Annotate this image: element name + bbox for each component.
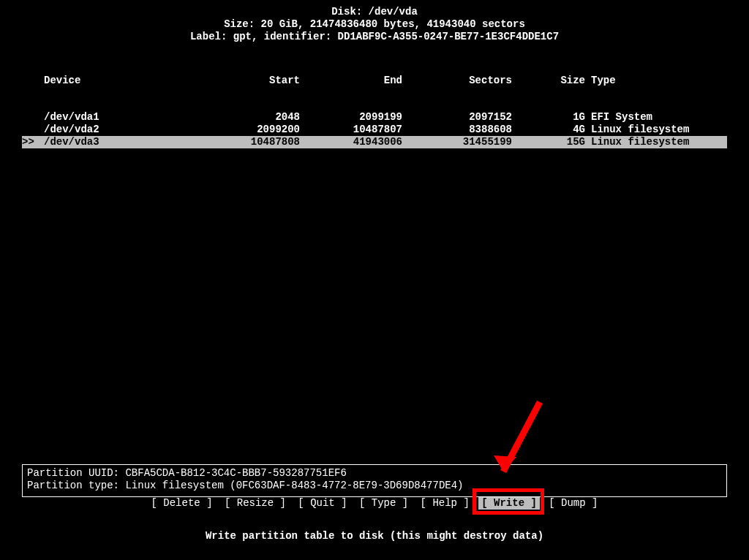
cell-type: Linux filesystem xyxy=(585,124,727,136)
size-line: Size: 20 GiB, 21474836480 bytes, 4194304… xyxy=(22,18,727,31)
col-device: Device xyxy=(44,75,212,87)
cell-end: 2099199 xyxy=(300,111,402,124)
cell-device: /dev/vda1 xyxy=(44,111,212,124)
table-row[interactable]: >>/dev/vda310487808419430063145519915GLi… xyxy=(22,136,727,148)
cell-start: 2048 xyxy=(212,111,300,124)
info-uuid: Partition UUID: CBFA5CDA-B812-3C4C-BBB7-… xyxy=(27,467,722,480)
cell-sectors: 8388608 xyxy=(402,124,512,136)
menu-bar: [ Delete ] [ Resize ] [ Quit ] [ Type ] … xyxy=(0,497,749,510)
cell-start: 10487808 xyxy=(212,136,300,148)
col-type: Type xyxy=(585,75,727,87)
info-type: Partition type: Linux filesystem (0FC63D… xyxy=(27,480,722,492)
partition-table: Device Start End Sectors Size Type /dev/… xyxy=(22,50,727,173)
cell-end: 10487807 xyxy=(300,124,402,136)
cell-device: /dev/vda2 xyxy=(44,124,212,136)
menu-item[interactable]: [ Resize ] xyxy=(222,497,289,510)
table-header: Device Start End Sectors Size Type xyxy=(22,75,727,87)
col-sectors: Sectors xyxy=(402,75,512,87)
table-row[interactable]: /dev/vda220992001048780783886084GLinux f… xyxy=(22,124,727,136)
row-cursor xyxy=(22,111,44,124)
cell-type: Linux filesystem xyxy=(585,136,727,148)
cell-size: 1G xyxy=(512,111,585,124)
cell-type: EFI System xyxy=(585,111,727,124)
menu-item[interactable]: [ Help ] xyxy=(418,497,473,510)
svg-line-0 xyxy=(503,402,540,472)
header-block: Disk: /dev/vda Size: 20 GiB, 21474836480… xyxy=(22,6,727,42)
table-row[interactable]: /dev/vda12048209919920971521GEFI System xyxy=(22,111,727,124)
col-end: End xyxy=(300,75,402,87)
cell-size: 4G xyxy=(512,124,585,136)
disk-line: Disk: /dev/vda xyxy=(22,6,727,18)
cell-size: 15G xyxy=(512,136,585,148)
cell-end: 41943006 xyxy=(300,136,402,148)
cell-sectors: 2097152 xyxy=(402,111,512,124)
partition-info: Partition UUID: CBFA5CDA-B812-3C4C-BBB7-… xyxy=(22,464,727,497)
col-size: Size xyxy=(512,75,585,87)
menu-item[interactable]: [ Quit ] xyxy=(295,497,350,510)
menu-item[interactable]: [ Delete ] xyxy=(148,497,216,510)
cell-start: 2099200 xyxy=(212,124,300,136)
cell-sectors: 31455199 xyxy=(402,136,512,148)
row-cursor: >> xyxy=(22,136,44,148)
label-line: Label: gpt, identifier: DD1ABF9C-A355-02… xyxy=(22,31,727,43)
annotation-highlight-box xyxy=(473,488,544,515)
menu-item[interactable]: [ Type ] xyxy=(356,497,411,510)
hint-line: Write partition table to disk (this migh… xyxy=(0,530,749,542)
cell-device: /dev/vda3 xyxy=(44,136,212,148)
col-start: Start xyxy=(212,75,300,87)
row-cursor xyxy=(22,124,44,136)
menu-item[interactable]: [ Dump ] xyxy=(546,497,601,510)
